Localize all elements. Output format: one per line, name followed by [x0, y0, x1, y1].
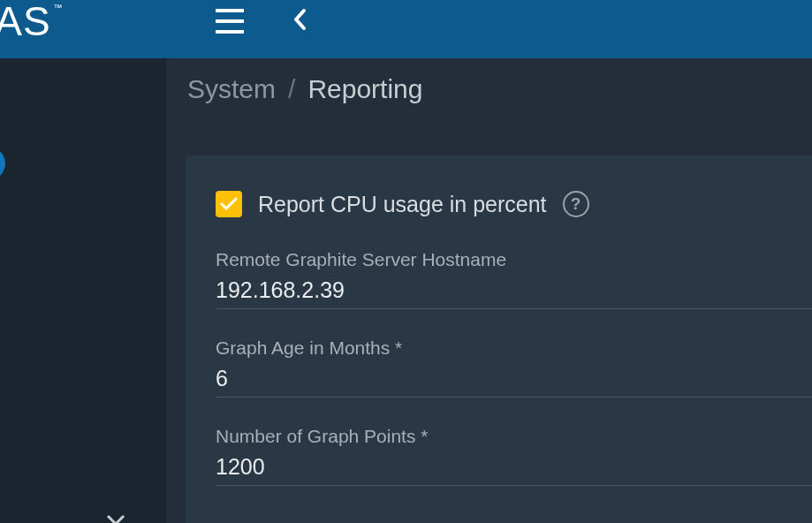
graph-points-field: Number of Graph Points * [216, 426, 812, 486]
graphite-host-input[interactable] [216, 276, 812, 309]
menu-toggle-button[interactable] [216, 9, 244, 34]
settings-card: Report CPU usage in percent ? Remote Gra… [186, 155, 812, 523]
cpu-percent-checkbox[interactable] [216, 191, 242, 217]
chevron-left-icon [292, 7, 307, 32]
checkmark-icon [220, 197, 238, 211]
logo-trademark: ™ [54, 3, 64, 12]
chevron-down-icon [106, 514, 125, 523]
graphite-host-field: Remote Graphite Server Hostname [216, 249, 812, 309]
graph-age-input[interactable] [216, 364, 812, 398]
graph-age-field: Graph Age in Months * [216, 337, 812, 398]
top-bar: NAS™ [0, 0, 812, 58]
cpu-percent-help-icon[interactable]: ? [563, 191, 589, 217]
logo-text: NAS [0, 0, 51, 44]
breadcrumb-reporting: Reporting [307, 74, 422, 104]
graph-age-label: Graph Age in Months * [216, 337, 812, 359]
back-button[interactable] [292, 7, 307, 35]
sidebar: al [0, 58, 166, 523]
logo: NAS™ [0, 0, 51, 45]
breadcrumb-separator: / [288, 74, 295, 104]
main-content: System / Reporting Report CPU usage in p… [166, 58, 812, 523]
cpu-percent-label: Report CPU usage in percent [258, 192, 547, 217]
sidebar-active-indicator [0, 147, 5, 180]
graph-points-input[interactable] [216, 452, 812, 486]
sidebar-expand-button[interactable] [106, 514, 125, 523]
graph-points-label: Number of Graph Points * [216, 426, 812, 447]
graphite-host-label: Remote Graphite Server Hostname [216, 249, 812, 270]
breadcrumb: System / Reporting [166, 58, 812, 124]
cpu-percent-row: Report CPU usage in percent ? [216, 191, 812, 217]
breadcrumb-system[interactable]: System [187, 74, 276, 104]
